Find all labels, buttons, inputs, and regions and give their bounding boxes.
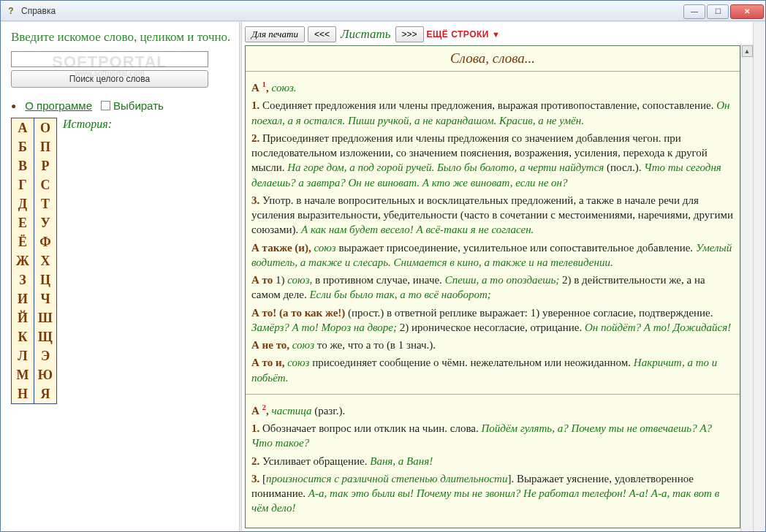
alpha-Ё[interactable]: Ё: [12, 232, 34, 251]
minimize-button[interactable]: —: [683, 4, 705, 19]
alpha-Э[interactable]: Э: [34, 346, 56, 365]
search-input[interactable]: [11, 51, 208, 67]
left-pane: Введите искомое слово, целиком и точно. …: [1, 22, 239, 531]
alpha-С[interactable]: С: [34, 175, 56, 194]
alpha-Я[interactable]: Я: [34, 384, 56, 403]
more-lines-button[interactable]: ЕЩЁ СТРОКИ ▼: [427, 29, 501, 39]
alpha-Л[interactable]: Л: [12, 346, 34, 365]
search-prompt: Введите искомое слово, целиком и точно.: [11, 29, 232, 45]
alpha-З[interactable]: З: [12, 270, 34, 289]
bullet-icon: ●: [11, 101, 16, 111]
help-icon: ?: [5, 5, 17, 17]
alpha-Г[interactable]: Г: [12, 175, 34, 194]
search-button[interactable]: Поиск целого слова: [11, 70, 208, 88]
history-label: История:: [63, 118, 112, 404]
entry-a1: А 1, союз. 1. Соединяет предложения или …: [246, 72, 740, 395]
article-heading: Слова, слова...: [246, 46, 740, 72]
alpha-И[interactable]: И: [12, 289, 34, 308]
app-window: ? Справка — ☐ ✕ Введите искомое слово, ц…: [0, 0, 766, 532]
alpha-Й[interactable]: Й: [12, 308, 34, 327]
maximize-button[interactable]: ☐: [707, 4, 729, 19]
alpha-П[interactable]: П: [34, 137, 56, 156]
alpha-Ц[interactable]: Ц: [34, 270, 56, 289]
print-button[interactable]: Для печати: [245, 26, 305, 42]
alpha-Д[interactable]: Д: [12, 194, 34, 213]
entry-a2: А 2, частица (разг.). 1. Обозначает вопр…: [246, 395, 740, 525]
prev-page-button[interactable]: <<<: [308, 26, 336, 42]
alpha-Т[interactable]: Т: [34, 194, 56, 213]
alphabet-grid: АБВГДЕЁЖЗИЙКЛМН ОПРСТУФХЦЧШЩЭЮЯ: [11, 118, 57, 404]
link-row: ● О программе Выбирать: [11, 99, 232, 112]
topbar: Для печати <<< Листать >>> ЕЩЁ СТРОКИ ▼: [242, 22, 753, 44]
alpha-Ч[interactable]: Ч: [34, 289, 56, 308]
inner-scrollbar[interactable]: ▲: [740, 44, 753, 531]
alpha-Ю[interactable]: Ю: [34, 365, 56, 384]
next-page-button[interactable]: >>>: [395, 26, 424, 42]
alpha-Ж[interactable]: Ж: [12, 251, 34, 270]
triangle-down-icon: ▼: [492, 30, 500, 39]
article-scroll[interactable]: Слова, слова... А 1, союз. 1. Соединяет …: [245, 45, 740, 528]
pages-label: Листать: [341, 27, 391, 42]
alpha-М[interactable]: М: [12, 365, 34, 384]
about-link[interactable]: О программе: [25, 99, 92, 112]
alpha-Е[interactable]: Е: [12, 213, 34, 232]
alpha-О[interactable]: О: [34, 118, 56, 137]
alpha-У[interactable]: У: [34, 213, 56, 232]
alpha-Н[interactable]: Н: [12, 384, 34, 403]
right-pane: Для печати <<< Листать >>> ЕЩЁ СТРОКИ ▼ …: [242, 22, 753, 531]
titlebar: ? Справка — ☐ ✕: [1, 1, 765, 21]
alpha-А[interactable]: А: [12, 118, 34, 137]
window-controls: — ☐ ✕: [683, 3, 765, 19]
alpha-Х[interactable]: Х: [34, 251, 56, 270]
alpha-Ф[interactable]: Ф: [34, 232, 56, 251]
choose-label: Выбирать: [113, 99, 164, 112]
alpha-К[interactable]: К: [12, 327, 34, 346]
alpha-Ш[interactable]: Ш: [34, 308, 56, 327]
outer-scrollbar[interactable]: [753, 22, 765, 531]
close-button[interactable]: ✕: [730, 4, 764, 19]
alpha-Б[interactable]: Б: [12, 137, 34, 156]
window-title: Справка: [21, 6, 683, 16]
client-area: Введите искомое слово, целиком и точно. …: [1, 21, 765, 531]
alpha-history-row: АБВГДЕЁЖЗИЙКЛМН ОПРСТУФХЦЧШЩЭЮЯ История:: [11, 118, 232, 404]
alpha-В[interactable]: В: [12, 156, 34, 175]
alpha-Р[interactable]: Р: [34, 156, 56, 175]
alpha-Щ[interactable]: Щ: [34, 327, 56, 346]
choose-checkbox[interactable]: Выбирать: [101, 99, 164, 112]
checkbox-icon: [101, 101, 110, 110]
scroll-up-icon[interactable]: ▲: [742, 45, 753, 57]
